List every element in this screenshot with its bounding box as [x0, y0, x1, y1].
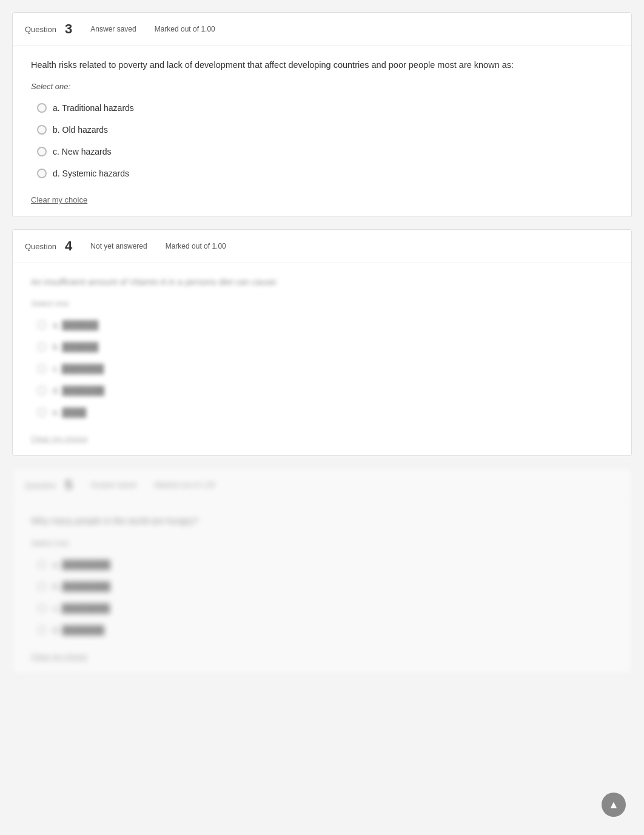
q4-radio-a: [37, 320, 47, 330]
question-5-select-label: Select one:: [31, 538, 613, 548]
q3-option-d-text: d. Systemic hazards: [53, 169, 129, 178]
q5-option-b: b. ████████: [31, 577, 613, 596]
scroll-up-icon: ▲: [608, 799, 619, 811]
question-3-body: Health risks related to poverty and lack…: [13, 46, 631, 216]
q4-option-a: a. ██████: [31, 315, 613, 335]
q5-radio-a: [37, 560, 47, 569]
q3-radio-d[interactable]: [37, 169, 47, 178]
question-3-select-label: Select one:: [31, 82, 613, 91]
q3-clear-choice[interactable]: Clear my choice: [31, 195, 87, 204]
question-5-number: 5: [65, 477, 72, 493]
question-4-number: 4: [65, 238, 72, 254]
q4-option-e-text: e. ████: [53, 407, 86, 417]
question-5-options: a. ████████ b. ████████ c. ████████ d. █…: [31, 555, 613, 640]
q4-option-b-text: b. ██████: [53, 342, 98, 352]
question-5-marks: Marked out of 1.00: [155, 481, 215, 489]
q5-option-a-text: a. ████████: [53, 560, 110, 569]
q3-radio-a[interactable]: [37, 103, 47, 113]
q5-clear-choice: Clear my choice: [31, 652, 87, 661]
q3-option-c[interactable]: c. New hazards: [31, 142, 613, 161]
question-5-status: Answer saved: [90, 481, 136, 489]
question-5-block: Question 5 Answer saved Marked out of 1.…: [12, 468, 632, 673]
q4-radio-e: [37, 407, 47, 417]
q3-option-d[interactable]: d. Systemic hazards: [31, 164, 613, 183]
q3-option-a-text: a. Traditional hazards: [53, 103, 134, 113]
question-3-options: a. Traditional hazards b. Old hazards c.…: [31, 98, 613, 183]
question-5-label: Question: [25, 481, 56, 490]
q5-option-c-text: c. ████████: [53, 603, 110, 613]
question-4-status: Not yet answered: [90, 242, 147, 250]
q4-option-e: e. ████: [31, 403, 613, 422]
q5-option-c: c. ████████: [31, 599, 613, 618]
question-4-select-label: Select one:: [31, 299, 613, 308]
q3-option-b-text: b. Old hazards: [53, 125, 108, 135]
q4-clear-choice: Clear my choice: [31, 434, 87, 443]
question-4-label: Question: [25, 242, 56, 251]
q5-radio-b: [37, 582, 47, 591]
q4-option-d: d. ███████: [31, 381, 613, 400]
q5-option-a: a. ████████: [31, 555, 613, 574]
q4-option-d-text: d. ███████: [53, 386, 104, 395]
question-4-text: An insufficient amount of Vitamin A in a…: [31, 275, 613, 289]
q4-radio-b: [37, 342, 47, 352]
question-3-block: Question 3 Answer saved Marked out of 1.…: [12, 12, 632, 217]
q3-option-c-text: c. New hazards: [53, 147, 111, 156]
question-5-body: Why many people in the world are hungry?…: [13, 502, 631, 672]
q5-radio-d: [37, 625, 47, 635]
q5-option-d-text: d. ███████: [53, 625, 104, 635]
question-3-status: Answer saved: [90, 25, 136, 33]
question-3-label: Question: [25, 25, 56, 34]
q5-option-d: d. ███████: [31, 620, 613, 640]
q3-option-a[interactable]: a. Traditional hazards: [31, 98, 613, 118]
q3-radio-c[interactable]: [37, 147, 47, 156]
question-4-body: An insufficient amount of Vitamin A in a…: [13, 263, 631, 455]
q5-option-b-text: b. ████████: [53, 582, 110, 591]
q4-option-c-text: c. ███████: [53, 364, 104, 374]
question-3-header: Question 3 Answer saved Marked out of 1.…: [13, 13, 631, 46]
question-5-text: Why many people in the world are hungry?: [31, 514, 613, 528]
scroll-to-top-button[interactable]: ▲: [602, 793, 626, 817]
q3-radio-b[interactable]: [37, 125, 47, 135]
question-4-options: a. ██████ b. ██████ c. ███████ d. ██████…: [31, 315, 613, 422]
q4-radio-c: [37, 364, 47, 374]
q4-option-b: b. ██████: [31, 337, 613, 357]
question-3-marks: Marked out of 1.00: [155, 25, 215, 33]
question-4-marks: Marked out of 1.00: [166, 242, 226, 250]
question-4-block: Question 4 Not yet answered Marked out o…: [12, 229, 632, 456]
q5-radio-c: [37, 603, 47, 613]
question-4-header: Question 4 Not yet answered Marked out o…: [13, 230, 631, 263]
question-5-header: Question 5 Answer saved Marked out of 1.…: [13, 469, 631, 502]
q4-radio-d: [37, 386, 47, 395]
q4-option-c: c. ███████: [31, 359, 613, 378]
question-3-text: Health risks related to poverty and lack…: [31, 58, 613, 72]
question-3-number: 3: [65, 21, 72, 37]
q4-option-a-text: a. ██████: [53, 320, 98, 330]
q3-option-b[interactable]: b. Old hazards: [31, 120, 613, 139]
